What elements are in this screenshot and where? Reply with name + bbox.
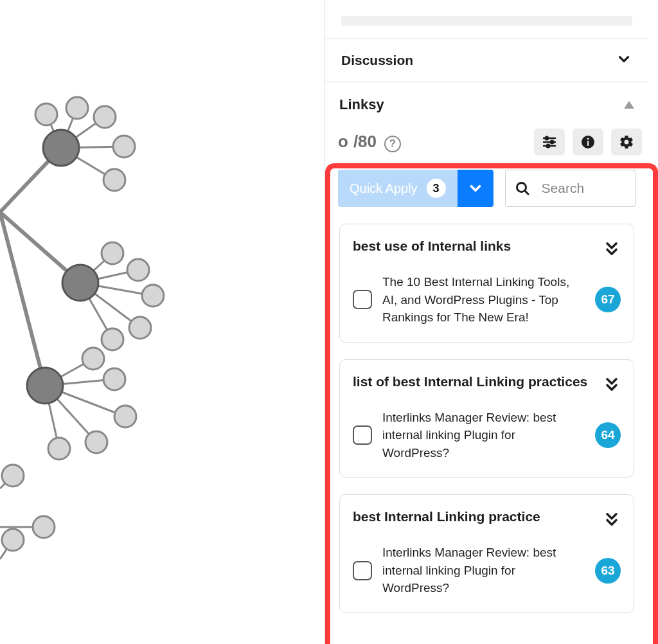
svg-point-35: [103, 368, 125, 390]
expand-card-button[interactable]: [603, 373, 621, 396]
linksy-title: Linksy: [339, 96, 384, 113]
svg-point-28: [103, 169, 125, 191]
search-input[interactable]: [540, 180, 626, 197]
sliders-icon: [542, 134, 557, 150]
network-graph: [0, 77, 212, 604]
svg-point-26: [94, 106, 116, 128]
settings-button[interactable]: [611, 129, 642, 156]
suggestion-card: list of best Internal Linking practices …: [339, 359, 634, 478]
svg-point-45: [546, 137, 549, 140]
placeholder-block: [341, 16, 632, 26]
suggestion-keyword: best use of Internal links: [353, 237, 511, 255]
quick-apply-button[interactable]: Quick Apply 3: [338, 170, 458, 207]
suggestion-checkbox[interactable]: [353, 290, 372, 309]
svg-point-21: [43, 130, 79, 166]
svg-point-32: [129, 317, 151, 339]
collapse-triangle-icon: [624, 101, 634, 109]
svg-point-37: [85, 431, 107, 453]
svg-point-34: [82, 348, 104, 370]
panel-discussion[interactable]: Discussion: [325, 39, 648, 82]
svg-point-46: [551, 141, 554, 144]
help-icon[interactable]: ?: [384, 136, 401, 152]
panel-discussion-title: Discussion: [341, 53, 413, 68]
search-icon: [515, 181, 530, 196]
suggestion-keyword: best Internal Linking practice: [353, 508, 540, 526]
info-button[interactable]: [573, 129, 603, 156]
quick-apply-dropdown[interactable]: [458, 170, 494, 207]
chevron-down-icon: [467, 180, 484, 197]
quick-apply-label: Quick Apply: [350, 181, 418, 196]
svg-point-25: [66, 97, 88, 119]
svg-line-52: [524, 191, 528, 194]
expand-card-button[interactable]: [603, 237, 621, 260]
suggestion-keyword: list of best Internal Linking practices: [353, 373, 587, 391]
double-chevron-down-icon: [603, 240, 621, 258]
suggestion-score: 63: [595, 558, 621, 584]
link-count-max: /80: [353, 132, 377, 152]
svg-point-36: [114, 406, 136, 427]
svg-point-40: [33, 516, 55, 538]
svg-point-31: [142, 285, 164, 307]
link-count: o/80 ?: [338, 132, 401, 152]
link-count-current: o: [338, 132, 348, 152]
suggestion-checkbox[interactable]: [353, 425, 372, 445]
suggestion-score: 64: [595, 422, 621, 448]
gear-icon: [619, 134, 634, 150]
svg-line-7: [0, 212, 45, 386]
suggestion-snippet: Interlinks Manager Review: best internal…: [382, 409, 585, 462]
svg-point-33: [102, 328, 123, 350]
graph-canvas: [0, 0, 325, 644]
svg-point-23: [27, 368, 63, 404]
suggestion-card: best Internal Linking practice Interlink…: [339, 494, 634, 613]
svg-rect-49: [587, 141, 589, 146]
double-chevron-down-icon: [603, 510, 621, 528]
settings-sidebar: Discussion Linksy o/80 ?: [325, 0, 648, 644]
chevron-down-icon: [616, 51, 632, 70]
svg-point-50: [587, 138, 589, 140]
suggestion-card: best use of Internal links The 10 Best I…: [339, 224, 634, 343]
svg-point-24: [35, 103, 57, 125]
suggestion-snippet: The 10 Best Internal Linking Tools, AI, …: [382, 273, 585, 326]
svg-point-41: [2, 529, 24, 551]
svg-point-39: [2, 465, 24, 487]
search-box[interactable]: [505, 170, 636, 207]
double-chevron-down-icon: [603, 375, 621, 393]
quick-apply-count: 3: [427, 179, 446, 198]
filters-button[interactable]: [534, 129, 565, 156]
svg-point-38: [48, 438, 70, 460]
svg-point-29: [102, 242, 123, 264]
linksy-header[interactable]: Linksy: [325, 82, 648, 120]
quick-apply-split-button: Quick Apply 3: [338, 170, 494, 207]
suggestion-score: 67: [595, 287, 621, 312]
svg-point-30: [127, 259, 149, 281]
svg-point-27: [113, 136, 135, 157]
suggestion-snippet: Interlinks Manager Review: best internal…: [382, 544, 585, 597]
svg-point-22: [62, 265, 98, 301]
expand-card-button[interactable]: [603, 508, 621, 531]
panel-linksy: Linksy o/80 ?: [325, 82, 648, 644]
info-icon: [580, 134, 596, 150]
svg-point-47: [547, 145, 550, 148]
suggestion-checkbox[interactable]: [353, 561, 372, 580]
